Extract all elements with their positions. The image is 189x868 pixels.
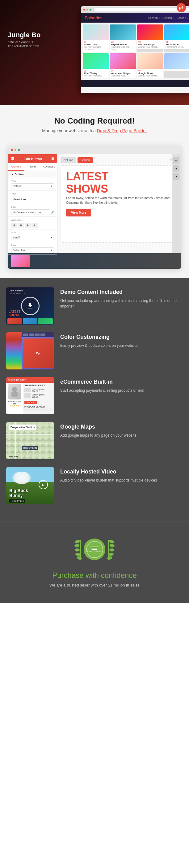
ep-desc-6: The blind texts...: [111, 74, 135, 77]
episode-card-6: 06 American Singer The blind texts...: [110, 53, 136, 78]
episodes-grid: 01 Snow Time Far from the word mountains…: [81, 23, 189, 80]
builder-col-tab-section[interactable]: Section: [77, 157, 93, 163]
builder-body: ☰ Edit Button ⊞ Content Style Advanced ▼…: [8, 154, 181, 253]
builder-sidebar: ☰ Edit Button ⊞ Content Style Advanced ▼…: [8, 154, 58, 253]
builder-content-area: LATEST SHOWS Far far away, behind the wo…: [61, 165, 178, 243]
episode-info-5: 05 Chef Today Far from the word...: [83, 69, 109, 78]
svg-point-0: [12, 387, 17, 392]
builder-field-size: Size Small ▾: [8, 229, 57, 242]
drag-drop-link[interactable]: Drag & Drop Page Builder: [97, 128, 147, 133]
builder-sidebar-title: Edit Button: [24, 157, 42, 161]
episode-thumb-8: [164, 53, 189, 69]
align-right-button[interactable]: ≡: [25, 223, 31, 227]
builder-field-input-text[interactable]: [11, 197, 54, 202]
feature-title-ecom: eCommerce Built-in: [60, 379, 183, 385]
badge-line-2: [91, 548, 98, 549]
hero-section: p6 Jungle Bo Official Season 1 TOP ANIMA…: [0, 0, 189, 105]
browser-dot-yellow: [86, 9, 88, 10]
badge-section: ENVATO ELITE Purchase with confidence We…: [0, 521, 189, 603]
builder-field-select-type[interactable]: Default ▾: [11, 183, 54, 189]
builder-field-select-icon[interactable]: Select Icon ▾: [11, 247, 54, 253]
align-left-button[interactable]: ≡: [11, 223, 17, 227]
badge-line-3: [92, 549, 97, 550]
feature-text-maps: Google Maps Add google maps to any page …: [60, 422, 183, 438]
builder-tab-content[interactable]: Content: [8, 163, 25, 170]
builder-column-tabs: Column Section: [61, 157, 178, 163]
checkout-button[interactable]: Checkout: [25, 401, 37, 404]
hero-text: Jungle Bo Official Season 1 TOP ANIMATED…: [8, 31, 40, 48]
svg-point-18: [107, 556, 112, 560]
ecom-header: SHOPPING CART: [6, 377, 54, 383]
builder-dot-green: [18, 149, 20, 151]
builder-field-value-size: Small: [13, 236, 20, 239]
svg-rect-1: [11, 392, 17, 397]
ecom-product: Printed White Tee ★★★★★: [6, 383, 23, 414]
builder-tab-style[interactable]: Style: [25, 163, 41, 170]
feature-desc-ecom: Start accepting payments & selling produ…: [60, 388, 183, 393]
feature-desc-video: Audio & Video Player built-in that suppo…: [60, 477, 183, 483]
feature-image-ecom: SHOPPING CART Printed White Tee ★★★★★ SH…: [6, 377, 54, 414]
grid-icon: ⊞: [51, 157, 54, 161]
no-coding-desc: Manage your website with a Drag & Drop P…: [6, 128, 183, 133]
builder-col-tab-column[interactable]: Column: [61, 157, 76, 163]
episode-thumb-3: [137, 25, 163, 40]
badge-lines: [90, 547, 99, 550]
color-preview-area: Ep: [22, 332, 54, 369]
ecom-cart: SHOPPING CART Lorem Ipsum$24.00 Lorem Ip…: [23, 383, 54, 414]
episode-card-8: [164, 53, 189, 78]
feature-image-maps: Progression Studios BROOKLYN New York: [6, 422, 54, 459]
ep-title-4: Snow Time: [165, 43, 189, 46]
episode-card-4: 04 Snow Time Far from the word...: [164, 25, 189, 52]
view-more-button[interactable]: View More: [66, 209, 91, 216]
builder-align-buttons: ≡ ≡ ≡ ≡: [11, 223, 54, 227]
latest-shows-desc: Far far away, behind the word mountains,…: [66, 196, 172, 205]
builder-tab-advanced[interactable]: Advanced: [41, 163, 57, 170]
ep-desc-2: The blind texts are living...: [111, 46, 135, 51]
panel-icon-2[interactable]: ⊕: [173, 165, 180, 172]
feature-text-demo: Demo Content Included Get your website u…: [60, 287, 183, 309]
svg-point-8: [75, 539, 80, 544]
cart-info-2: Lorem Ipsum$18.00: [32, 394, 44, 398]
cart-thumb-2: [25, 393, 31, 398]
align-justify-button[interactable]: ≡: [32, 223, 38, 227]
ep-title-6: American Singer: [111, 72, 135, 74]
align-center-button[interactable]: ≡: [18, 223, 24, 227]
builder-mockup-section: ☰ Edit Button ⊞ Content Style Advanced ▼…: [0, 143, 189, 278]
product-search-bar[interactable]: [25, 408, 53, 411]
no-coding-heading: No Coding Required!: [6, 116, 183, 126]
panel-icon-3[interactable]: ✕: [173, 174, 180, 180]
ecom-body: Printed White Tee ★★★★★ SHOPPING CART Lo…: [6, 383, 54, 414]
ep-num-1: 01: [84, 41, 108, 43]
video-bunny-head: [12, 472, 31, 484]
feature-image-demo: Dark Poison Official Season 1 LATEST SHO…: [6, 287, 54, 324]
cart-info-1: Lorem Ipsum$24.00: [32, 388, 44, 392]
ep-desc-4: Far from the word...: [165, 46, 189, 48]
builder-field-type: Type Default ▾: [8, 178, 57, 191]
panel-icon-1[interactable]: ✏: [173, 157, 180, 163]
feature-title-color: Color Customizing: [60, 334, 183, 340]
food-thumbnail: [11, 255, 30, 267]
no-coding-desc-prefix: Manage your website with a: [42, 128, 97, 133]
episodes-nav-s1: Season 1: [148, 17, 160, 20]
episode-thumb-2: [110, 25, 136, 40]
episode-thumb-1: [83, 25, 109, 40]
map-brooklyn-label: BROOKLYN: [22, 446, 39, 450]
nav-item-3: [35, 334, 40, 336]
feature-item-maps: Progression Studios BROOKLYN New York Go…: [6, 422, 183, 459]
ep-title-1: Snow Time: [84, 43, 108, 46]
feature-item-ecom: SHOPPING CART Printed White Tee ★★★★★ SH…: [6, 377, 183, 414]
episode-info-8: [164, 69, 189, 71]
map-info-box: Progression Studios: [9, 425, 36, 430]
builder-field-alignment: Alignment ⓘ ≡ ≡ ≡ ≡: [8, 217, 57, 229]
hero-badge: p6: [177, 3, 186, 12]
episode-thumb-7: [137, 53, 163, 69]
video-play-icon[interactable]: ▶: [39, 480, 48, 489]
builder-field-input-link[interactable]: [11, 209, 50, 215]
browser-mockup: Episodes Season 1 Season 2 Season 3 01 S…: [81, 6, 189, 93]
ep-num-4: 04: [165, 41, 189, 43]
map-newyork-label: New York: [9, 456, 18, 458]
badge-circle: ENVATO ELITE: [84, 538, 105, 560]
builder-field-select-size[interactable]: Small ▾: [11, 235, 54, 240]
builder-field-label-type: Type: [11, 180, 54, 182]
builder-field-value-icon: Select Icon: [13, 249, 27, 252]
